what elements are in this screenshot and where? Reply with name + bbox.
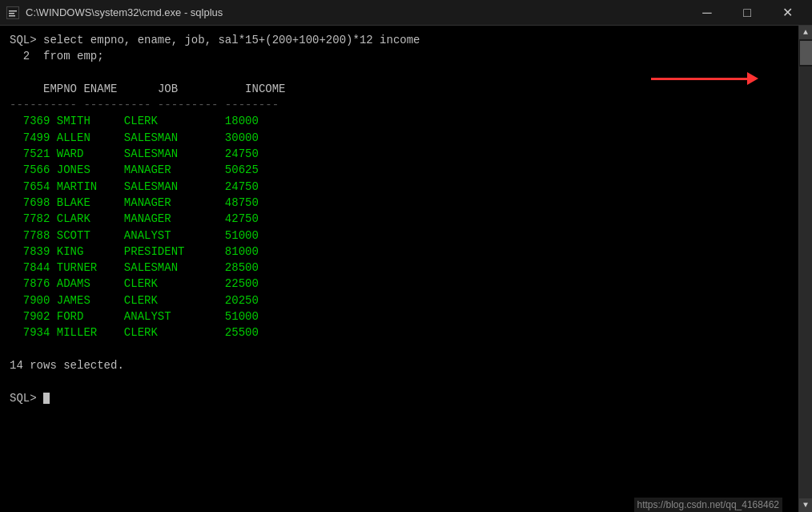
close-button[interactable]: ✕: [769, 0, 806, 26]
table-row: 7839 KING PRESIDENT 81000: [10, 244, 789, 260]
arrow-head: [747, 72, 758, 85]
minimize-button[interactable]: ─: [689, 0, 726, 26]
scroll-thumb[interactable]: [800, 41, 812, 65]
table-row: 7844 TURNER SALESMAN 28500: [10, 260, 789, 276]
table-row: 7876 ADAMS CLERK 22500: [10, 276, 789, 292]
header-empno: EMPNO: [43, 83, 77, 95]
sql-line-1: SQL> select empno, ename, job, sal*15+(2…: [10, 32, 789, 48]
status-bar: https://blog.csdn.net/qq_4168462: [634, 498, 782, 512]
cursor: [43, 393, 50, 404]
table-row: 7698 BLAKE MANAGER 48750: [10, 195, 789, 211]
table-row: 7902 FORD ANALYST 51000: [10, 308, 789, 325]
sql-cmd-1: select empno, ename, job, sal*15+(200+10…: [43, 34, 420, 46]
table-row: 7934 MILLER CLERK 25500: [10, 325, 789, 341]
table-row: 7521 WARD SALESMAN 24750: [10, 146, 789, 162]
terminal-window: SQL> select empno, ename, job, sal*15+(2…: [0, 26, 812, 512]
header-job: JOB: [158, 83, 178, 95]
sql-line-2: 2 from emp;: [10, 48, 789, 64]
data-rows: 7369 SMITH CLERK 18000 7499 ALLEN SALESM…: [10, 113, 789, 341]
separator-line: ---------- ---------- --------- --------: [10, 97, 789, 113]
scrollbar[interactable]: ▲ ▼: [798, 26, 812, 512]
scroll-down-button[interactable]: ▼: [799, 498, 813, 512]
cmd-icon: [6, 6, 19, 19]
header-income: INCOME: [245, 83, 285, 95]
title-bar: C:\WINDOWS\system32\cmd.exe - sqlplus ─ …: [0, 0, 812, 26]
blank-line-3: [10, 373, 789, 389]
arrow-annotation: [651, 72, 758, 85]
rows-selected: 14 rows selected.: [10, 357, 789, 373]
header-ename: ENAME: [83, 83, 117, 95]
scroll-track[interactable]: [799, 67, 812, 498]
prompt-1: SQL>: [10, 34, 43, 46]
title-bar-left: C:\WINDOWS\system32\cmd.exe - sqlplus: [6, 6, 223, 19]
blank-line-2: [10, 341, 789, 357]
table-row: 7499 ALLEN SALESMAN 30000: [10, 130, 789, 146]
table-row: 7782 CLARK MANAGER 42750: [10, 211, 789, 227]
prompt-2: SQL>: [10, 392, 43, 405]
maximize-button[interactable]: □: [729, 0, 766, 26]
status-url: https://blog.csdn.net/qq_4168462: [637, 499, 779, 510]
window-title: C:\WINDOWS\system32\cmd.exe - sqlplus: [26, 6, 223, 18]
arrow-line: [651, 78, 747, 80]
window-controls[interactable]: ─ □ ✕: [689, 0, 806, 26]
terminal-content[interactable]: SQL> select empno, ename, job, sal*15+(2…: [0, 26, 798, 512]
table-row: 7566 JONES MANAGER 50625: [10, 162, 789, 178]
table-row: 7788 SCOTT ANALYST 51000: [10, 228, 789, 244]
svg-rect-1: [9, 10, 17, 12]
table-row: 7900 JAMES CLERK 20250: [10, 292, 789, 308]
table-row: 7654 MARTIN SALESMAN 24750: [10, 179, 789, 195]
table-row: 7369 SMITH CLERK 18000: [10, 113, 789, 129]
final-prompt-line: SQL>: [10, 390, 789, 406]
scroll-up-button[interactable]: ▲: [799, 26, 813, 39]
svg-rect-2: [9, 13, 14, 14]
svg-rect-3: [9, 15, 15, 17]
